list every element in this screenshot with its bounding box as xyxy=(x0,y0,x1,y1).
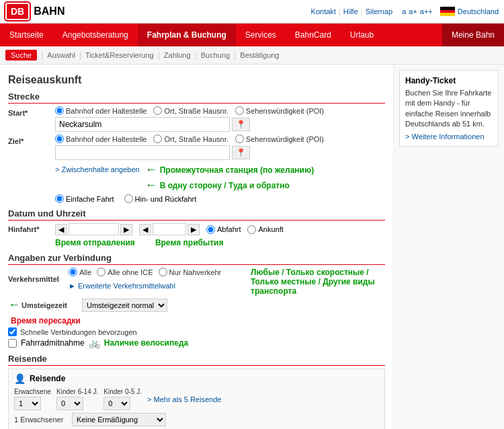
step-buchung[interactable]: Buchung xyxy=(201,51,230,59)
annotation-fahrt-text: В одну сторону / Туда и обратно xyxy=(160,181,290,190)
step-auswahl[interactable]: Auswahl xyxy=(47,51,75,59)
vm-nahverkehr-radio[interactable] xyxy=(159,268,167,276)
start-bahnhof-option[interactable]: Bahnhof oder Haltestelle xyxy=(55,106,146,115)
vm-nahverkehr-option[interactable]: Nur Nahverkehr xyxy=(159,268,222,276)
kinder-6-14-select[interactable]: 0 123 xyxy=(56,397,83,410)
person-icon: 👤 xyxy=(14,373,26,384)
einfache-fahrt-radio[interactable] xyxy=(55,194,64,203)
handy-ticket-link[interactable]: Weitere Informationen xyxy=(405,132,485,141)
date-prev-btn[interactable]: ◀ xyxy=(55,224,67,235)
ziel-bahnhof-radio[interactable] xyxy=(55,134,64,143)
hin-rueck-option[interactable]: Hin- und Rückfahrt xyxy=(124,194,197,203)
annotation-abfahrt: Время отправления xyxy=(55,238,135,247)
start-location-btn[interactable]: 📍 xyxy=(232,118,250,131)
font-aplusplus[interactable]: a++ xyxy=(420,7,433,15)
nav-bahncard[interactable]: BahnCard xyxy=(286,24,341,46)
reisende-section: 👤 Reisende Erwachsene 1 2345 Kinder 6-14… xyxy=(8,368,385,429)
annotation-vm-block: Любые / Только скоростные / Только местн… xyxy=(251,268,385,296)
ermaessigung-select[interactable]: Keine Ermäßigung BahnCard 25 BahnCard 50… xyxy=(72,413,166,426)
nav-angebotsberatung[interactable]: Angebotsberatung xyxy=(53,24,138,46)
hin-rueck-radio[interactable] xyxy=(124,194,133,203)
einfache-fahrt-option[interactable]: Einfache Fahrt xyxy=(55,194,114,203)
sidebar: Handy-Ticket Buchen Sie Ihre Fahrkarte m… xyxy=(393,65,504,429)
kinder-0-5-select[interactable]: 0 12 xyxy=(103,397,130,410)
ziel-label: Ziel* xyxy=(8,134,55,145)
kontakt-link[interactable]: Kontakt xyxy=(311,7,336,15)
font-aplus[interactable]: a+ xyxy=(409,7,417,15)
reisende-label: Reisende xyxy=(30,374,65,383)
section-datum-title: Datum und Uhrzeit xyxy=(8,208,385,221)
vm-ohne-ice-option[interactable]: Alle ohne ICE xyxy=(97,268,153,276)
ziel-controls: Bahnhof oder Haltestelle Ort, Straße Hau… xyxy=(55,134,385,160)
nav-meine-bahn[interactable]: Meine Bahn xyxy=(442,24,504,46)
ankunft-option[interactable]: Ankunft xyxy=(247,225,283,234)
step-ticket[interactable]: Ticket&Reservierung xyxy=(85,51,154,59)
zwischenhalte-link[interactable]: Zwischenhalte angeben xyxy=(55,165,140,173)
schnelle-verbindungen-checkbox[interactable] xyxy=(8,327,17,336)
annotation-ankunft: Время прибытия xyxy=(155,238,224,247)
start-sehensw-option[interactable]: Sehenswürdigkeit (POI) xyxy=(235,106,324,115)
zwischenhalte-row: Zwischenhalte angeben xyxy=(55,165,140,173)
ziel-radio-group: Bahnhof oder Haltestelle Ort, Straße Hau… xyxy=(55,134,385,143)
start-sehensw-radio[interactable] xyxy=(235,106,244,115)
fahrrad-checkbox[interactable] xyxy=(8,339,17,348)
start-input[interactable]: Neckarsulm xyxy=(55,117,230,132)
erwachsene-count-label: Erwachsene xyxy=(14,388,51,395)
erwachsene-select[interactable]: 1 2345 xyxy=(14,397,41,410)
nav-services[interactable]: Services xyxy=(236,24,286,46)
time-prev-btn[interactable]: ◀ xyxy=(139,224,151,235)
handy-ticket-box: Handy-Ticket Buchen Sie Ihre Fahrkarte m… xyxy=(399,70,499,147)
time-input[interactable]: 08:59 xyxy=(153,223,186,235)
uz-select[interactable]: Umsteigezeit normal Kurze Umsteigezeit L… xyxy=(82,299,167,312)
ziel-row: Ziel* Bahnhof oder Haltestelle Ort, Stra… xyxy=(8,134,385,160)
step-bestaetigung[interactable]: Bestätigung xyxy=(240,51,279,59)
vm-ohne-ice-radio[interactable] xyxy=(97,268,106,276)
sitemap-link[interactable]: Sitemap xyxy=(366,7,392,15)
ziel-ort-option[interactable]: Ort, Straße Hausnr. xyxy=(153,134,228,143)
ziel-sehensw-option[interactable]: Sehenswürdigkeit (POI) xyxy=(235,134,324,143)
nav-fahrplan[interactable]: Fahrplan & Buchung xyxy=(138,24,236,46)
annotation-vm-text: Любые / Только скоростные / Только местн… xyxy=(251,268,375,296)
ermaessigung-row: 1 Erwachsener Keine Ermäßigung BahnCard … xyxy=(14,413,379,426)
bahn-text: BAHN xyxy=(34,5,65,17)
start-label: Start* xyxy=(8,106,55,117)
start-ort-radio[interactable] xyxy=(153,106,162,115)
step-zahlung[interactable]: Zahlung xyxy=(164,51,191,59)
start-bahnhof-radio[interactable] xyxy=(55,106,64,115)
ziel-input[interactable] xyxy=(55,145,230,160)
ankunft-radio[interactable] xyxy=(247,225,256,234)
vm-options: Alle Alle ohne ICE Nur Nahverkehr ► Erwe… xyxy=(69,268,244,290)
annotation-zwischenhalte-row: ← Промежуточная станция (по желанию) xyxy=(145,163,314,177)
section-reisende-title: Reisende xyxy=(8,354,385,366)
abfahrt-radio[interactable] xyxy=(206,225,215,234)
nav-urlaub[interactable]: Urlaub xyxy=(341,24,383,46)
abfahrt-option[interactable]: Abfahrt xyxy=(206,225,241,234)
start-row: Start* Bahnhof oder Haltestelle Ort, Str… xyxy=(8,106,385,132)
uz-label: Umsteigezeit xyxy=(22,301,82,309)
font-a[interactable]: a xyxy=(402,7,406,15)
uz-arrow-icon: ← xyxy=(8,298,20,312)
top-links: Kontakt | Hilfe | Sitemap a a+ a++ Deuts… xyxy=(311,7,499,16)
time-next-btn[interactable]: ▶ xyxy=(187,224,200,235)
vm-row-outer: Verkehrsmittel Alle Alle ohne ICE Nur Na… xyxy=(8,268,385,296)
date-next-btn[interactable]: ▶ xyxy=(120,224,132,235)
mehr-reisende-link[interactable]: Mehr als 5 Reisende xyxy=(147,395,221,403)
annotation-uz-block: Время пересадки xyxy=(11,316,385,325)
vm-alle-radio[interactable] xyxy=(69,268,77,276)
ziel-ort-radio[interactable] xyxy=(153,134,162,143)
nav-startseite[interactable]: Startseite xyxy=(0,24,53,46)
vm-erweiterte-link[interactable]: ► Erweiterte Verkehrsmittelwahl xyxy=(69,282,175,290)
vm-row: Verkehrsmittel Alle Alle ohne ICE Nur Na… xyxy=(8,268,244,290)
step-suche[interactable]: Suche xyxy=(5,50,37,61)
vm-alle-option[interactable]: Alle xyxy=(69,268,91,276)
annotations-block: ← Промежуточная станция (по желанию) ← В… xyxy=(145,163,314,192)
date-input[interactable]: Fr, 01.06.12 xyxy=(69,223,119,235)
fahrrad-row: Fahrradmitnahme 🚲 Наличие велосипеда xyxy=(8,338,385,348)
ziel-sehensw-radio[interactable] xyxy=(235,134,244,143)
start-ort-option[interactable]: Ort, Straße Hausnr. xyxy=(153,106,228,115)
ziel-bahnhof-option[interactable]: Bahnhof oder Haltestelle xyxy=(55,134,146,143)
hilfe-link[interactable]: Hilfe xyxy=(343,7,358,15)
ziel-location-btn[interactable]: 📍 xyxy=(232,146,250,159)
db-logo: DB xyxy=(5,3,30,20)
zwischenhalte-block: Zwischenhalte angeben xyxy=(55,163,140,176)
